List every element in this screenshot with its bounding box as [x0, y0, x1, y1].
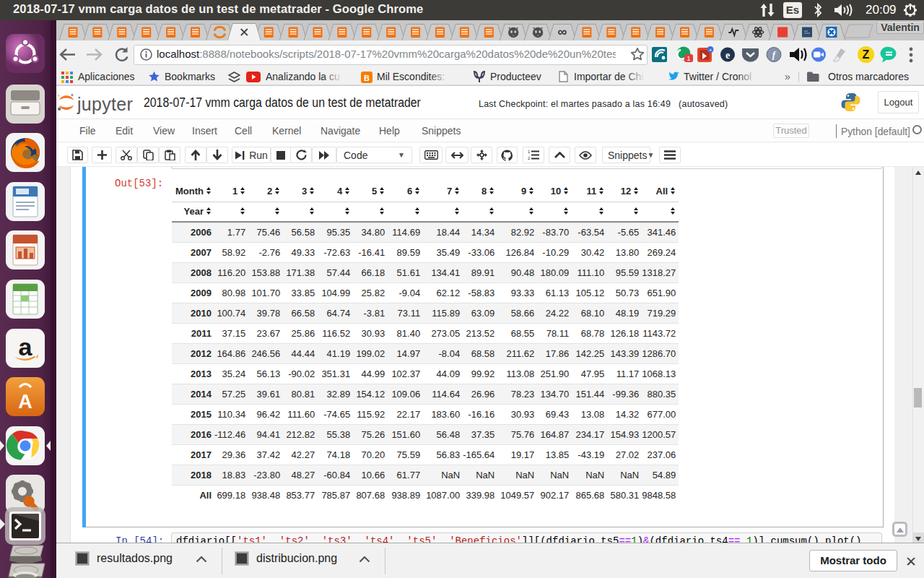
svg-text:e: e	[725, 50, 730, 61]
svg-text:1: 1	[687, 55, 690, 62]
svg-text:∞: ∞	[558, 25, 567, 39]
svg-text:2: 2	[528, 156, 531, 160]
svg-text:a: a	[19, 333, 33, 361]
svg-text:B: B	[364, 74, 370, 82]
svg-text:+: +	[709, 47, 712, 53]
svg-text:1: 1	[528, 150, 531, 154]
svg-text:A: A	[18, 391, 32, 413]
